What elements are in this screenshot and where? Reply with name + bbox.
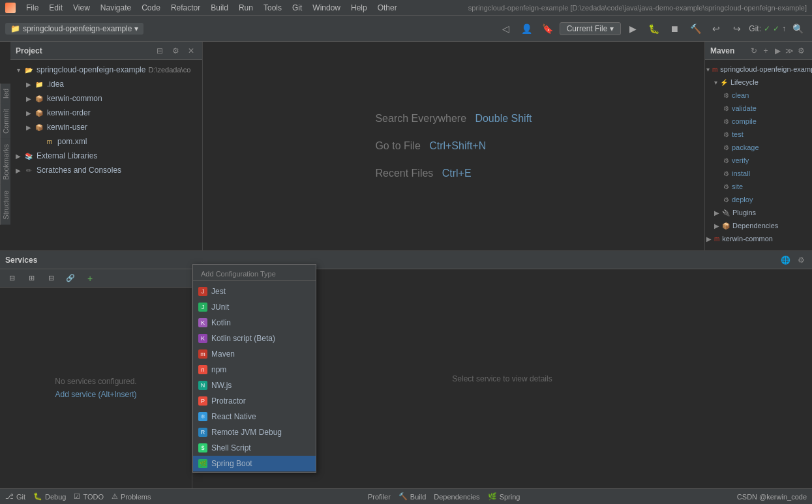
maven-run-btn[interactable]: ▶ xyxy=(772,45,783,57)
menu-edit[interactable]: Edit xyxy=(44,0,68,16)
dropdown-item-maven[interactable]: m Maven xyxy=(193,346,316,362)
toolbar-bookmark[interactable]: 🔖 xyxy=(539,20,557,38)
services-globe-btn[interactable]: 🌐 xyxy=(779,254,791,266)
order-toggle[interactable]: ▶ xyxy=(23,110,34,117)
tree-item-user[interactable]: ▶ 📦 kerwin-user xyxy=(10,120,202,134)
stop-btn[interactable]: ⏹ xyxy=(665,20,684,38)
maven-phase-test[interactable]: ⚙ test xyxy=(705,128,812,141)
git-check[interactable]: ✓ xyxy=(764,24,770,33)
build-btn[interactable]: 🔨 xyxy=(686,20,704,38)
menu-tools[interactable]: Tools xyxy=(258,0,287,16)
git-check2[interactable]: ✓ xyxy=(773,24,779,33)
maven-project-root[interactable]: ▾ m springcloud-openfeign-example xyxy=(705,63,812,76)
status-todo[interactable]: ☑ TODO xyxy=(74,492,104,501)
maven-root-expand[interactable]: ▾ xyxy=(706,66,710,73)
menu-file[interactable]: File xyxy=(21,0,44,16)
status-debug[interactable]: 🐛 Debug xyxy=(33,492,66,501)
dropdown-item-react-native[interactable]: ⚛ React Native xyxy=(193,409,316,424)
vtab-commit[interactable]: Commit xyxy=(0,104,10,139)
vtab-structure[interactable]: Structure xyxy=(0,185,10,225)
tree-item-scratches[interactable]: ▶ ✏ Scratches and Consoles xyxy=(10,163,202,177)
maven-phase-validate[interactable]: ⚙ validate xyxy=(705,102,812,115)
services-add-link[interactable]: Add service (Alt+Insert) xyxy=(55,390,136,399)
maven-add-btn[interactable]: + xyxy=(760,45,772,57)
maven-phase-deploy[interactable]: ⚙ deploy xyxy=(705,193,812,206)
project-selector[interactable]: 📁 springcloud-openfeign-example ▾ xyxy=(5,23,143,35)
maven-more-btn[interactable]: ≫ xyxy=(783,45,795,57)
dropdown-item-shell[interactable]: $ Shell Script xyxy=(193,440,316,456)
maven-plugins-expand[interactable]: ▶ xyxy=(714,209,719,216)
toolbar-user[interactable]: 👤 xyxy=(518,20,536,38)
current-file-button[interactable]: Current File ▾ xyxy=(560,22,622,35)
user-toggle[interactable]: ▶ xyxy=(23,124,34,131)
menu-git[interactable]: Git xyxy=(287,0,307,16)
tree-item-order[interactable]: ▶ 📦 kerwin-order xyxy=(10,106,202,120)
dropdown-item-jest[interactable]: J Jest xyxy=(193,284,316,299)
menu-navigate[interactable]: Navigate xyxy=(95,0,136,16)
menu-build[interactable]: Build xyxy=(205,0,233,16)
tree-root[interactable]: ▾ 📂 springcloud-openfeign-example D:\zed… xyxy=(10,63,202,77)
maven-submodule-expand[interactable]: ▶ xyxy=(706,235,712,243)
git-push[interactable]: ↑ xyxy=(782,24,786,33)
ext-libs-toggle[interactable]: ▶ xyxy=(13,153,23,160)
idea-toggle[interactable]: ▶ xyxy=(23,81,34,88)
maven-phase-package[interactable]: ⚙ package xyxy=(705,141,812,154)
vtab-ied[interactable]: Ied xyxy=(0,83,10,104)
tree-item-pom[interactable]: m pom.xml xyxy=(10,134,202,149)
svc-group-btn[interactable]: ⊟ xyxy=(42,269,60,288)
menu-code[interactable]: Code xyxy=(136,0,166,16)
services-settings-btn[interactable]: ⚙ xyxy=(795,254,807,266)
vtab-bookmarks[interactable]: Bookmarks xyxy=(0,139,10,185)
status-build[interactable]: 🔨 Build xyxy=(398,492,426,501)
status-spring[interactable]: 🌿 Spring xyxy=(488,492,520,501)
status-problems[interactable]: ⚠ Problems xyxy=(112,492,151,501)
maven-refresh-btn[interactable]: ↻ xyxy=(748,45,760,57)
undo-btn[interactable]: ↩ xyxy=(707,20,725,38)
maven-lifecycle-section[interactable]: ▾ ⚡ Lifecycle xyxy=(705,76,812,89)
maven-phase-verify[interactable]: ⚙ verify xyxy=(705,154,812,167)
tree-root-toggle[interactable]: ▾ xyxy=(13,67,23,74)
maven-submodule-common[interactable]: ▶ m kerwin-common xyxy=(705,232,812,245)
menu-run[interactable]: Run xyxy=(233,0,258,16)
tree-item-idea[interactable]: ▶ 📁 .idea xyxy=(10,77,202,91)
panel-close-btn[interactable]: ✕ xyxy=(185,45,197,57)
dropdown-item-remote-jvm[interactable]: R Remote JVM Debug xyxy=(193,424,316,440)
debug-btn[interactable]: 🐛 xyxy=(644,20,663,38)
scratches-toggle[interactable]: ▶ xyxy=(13,167,23,174)
status-dependencies[interactable]: Dependencies xyxy=(434,493,479,501)
maven-phase-install[interactable]: ⚙ install xyxy=(705,167,812,180)
tree-item-ext-libs[interactable]: ▶ 📚 External Libraries xyxy=(10,149,202,163)
search-everywhere-btn[interactable]: 🔍 xyxy=(789,20,807,38)
dropdown-item-junit[interactable]: J JUnit xyxy=(193,299,316,315)
dropdown-item-swagger[interactable]: S Swagger Codegen xyxy=(193,471,316,473)
maven-phase-clean[interactable]: ⚙ clean xyxy=(705,89,812,102)
panel-settings-btn[interactable]: ⚙ xyxy=(170,45,181,57)
common-toggle[interactable]: ▶ xyxy=(23,95,34,102)
toolbar-back[interactable]: ◁ xyxy=(497,20,515,38)
maven-deps-expand[interactable]: ▶ xyxy=(714,222,719,230)
tree-item-common[interactable]: ▶ 📦 kerwin-common xyxy=(10,91,202,106)
dropdown-item-kotlin[interactable]: K Kotlin xyxy=(193,315,316,331)
maven-lifecycle-expand[interactable]: ▾ xyxy=(714,79,717,86)
menu-help[interactable]: Help xyxy=(346,0,372,16)
dropdown-item-npm[interactable]: n npm xyxy=(193,362,316,378)
svc-expand-all-btn[interactable]: ⊞ xyxy=(22,269,40,288)
menu-view[interactable]: View xyxy=(68,0,95,16)
status-git[interactable]: ⎇ Git xyxy=(5,492,25,501)
svc-add-btn[interactable]: + xyxy=(81,269,99,288)
dropdown-item-springboot[interactable]: 🌿 Spring Boot ◀ xyxy=(193,456,316,471)
redo-btn[interactable]: ↪ xyxy=(728,20,746,38)
menu-refactor[interactable]: Refactor xyxy=(166,0,205,16)
run-btn[interactable]: ▶ xyxy=(624,20,642,38)
svc-link-btn[interactable]: 🔗 xyxy=(61,269,80,288)
maven-deps-section[interactable]: ▶ 📦 Dependencies xyxy=(705,219,812,232)
menu-other[interactable]: Other xyxy=(372,0,402,16)
panel-collapse-btn[interactable]: ⊟ xyxy=(154,45,166,57)
maven-phase-site[interactable]: ⚙ site xyxy=(705,180,812,193)
dropdown-item-nwjs[interactable]: N NW.js xyxy=(193,378,316,393)
svc-collapse-all-btn[interactable]: ⊟ xyxy=(3,269,21,288)
menu-window[interactable]: Window xyxy=(307,0,346,16)
status-profiler[interactable]: Profiler xyxy=(368,493,391,501)
maven-phase-compile[interactable]: ⚙ compile xyxy=(705,115,812,128)
dropdown-item-protractor[interactable]: P Protractor xyxy=(193,393,316,409)
